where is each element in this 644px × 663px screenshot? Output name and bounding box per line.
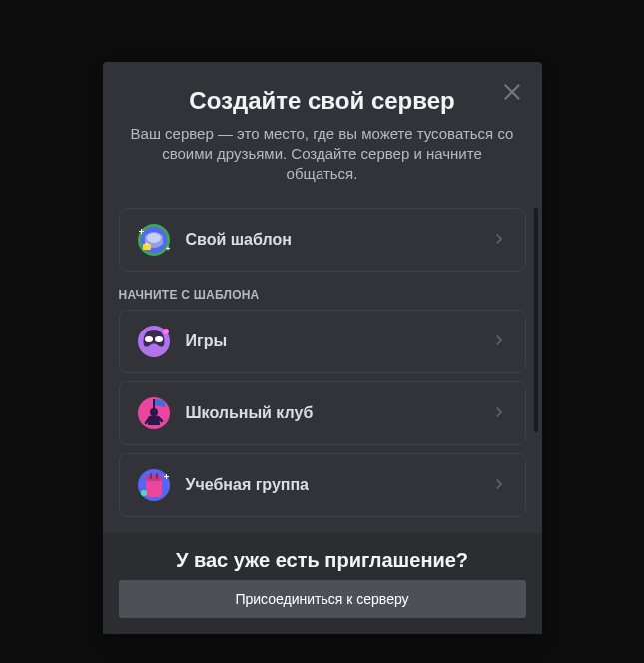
svg-point-8: [163, 329, 169, 334]
option-gaming[interactable]: Игры: [119, 310, 526, 373]
footer-title: У вас уже есть приглашение?: [119, 549, 526, 572]
chevron-right-icon: [489, 402, 509, 425]
svg-point-2: [147, 233, 161, 243]
chevron-right-icon: [489, 229, 509, 252]
option-school-club[interactable]: Школьный клуб: [119, 381, 526, 445]
svg-point-6: [145, 336, 153, 342]
svg-point-4: [145, 243, 148, 246]
svg-rect-18: [141, 491, 147, 495]
modal-title: Создайте свой сервер: [119, 86, 526, 116]
modal-footer: У вас уже есть приглашение? Присоединить…: [103, 533, 542, 634]
chevron-right-icon: [489, 474, 509, 497]
chevron-right-icon: [489, 331, 509, 353]
school-club-icon: [130, 389, 178, 437]
svg-point-11: [150, 408, 158, 416]
option-label: Школьный клуб: [186, 404, 489, 422]
study-group-icon: [130, 461, 178, 509]
options-list: Свой шаблон НАЧНИТЕ С ШАБЛОНА Игры: [103, 208, 542, 533]
option-label: Учебная группа: [186, 476, 489, 494]
svg-point-7: [155, 336, 163, 342]
content-wrapper: Свой шаблон НАЧНИТЕ С ШАБЛОНА Игры: [103, 208, 542, 533]
close-button[interactable]: [500, 80, 524, 104]
modal-subtitle: Ваш сервер — это место, где вы можете ту…: [119, 124, 526, 184]
gaming-icon: [130, 318, 178, 365]
option-label: Игры: [186, 332, 489, 350]
scrollbar[interactable]: [534, 208, 538, 432]
svg-rect-15: [150, 473, 152, 479]
modal-header: Создайте свой сервер Ваш сервер — это ме…: [103, 62, 542, 184]
option-label: Свой шаблон: [186, 231, 489, 249]
svg-rect-14: [146, 475, 162, 481]
option-study-group[interactable]: Учебная группа: [119, 453, 526, 517]
option-own-template[interactable]: Свой шаблон: [119, 208, 526, 272]
join-server-button[interactable]: Присоединиться к серверу: [119, 580, 526, 618]
svg-rect-16: [156, 473, 158, 479]
section-header: НАЧНИТЕ С ШАБЛОНА: [119, 288, 526, 302]
own-template-icon: [130, 216, 178, 264]
create-server-modal: Создайте свой сервер Ваш сервер — это ме…: [103, 62, 542, 634]
close-icon: [500, 80, 524, 104]
